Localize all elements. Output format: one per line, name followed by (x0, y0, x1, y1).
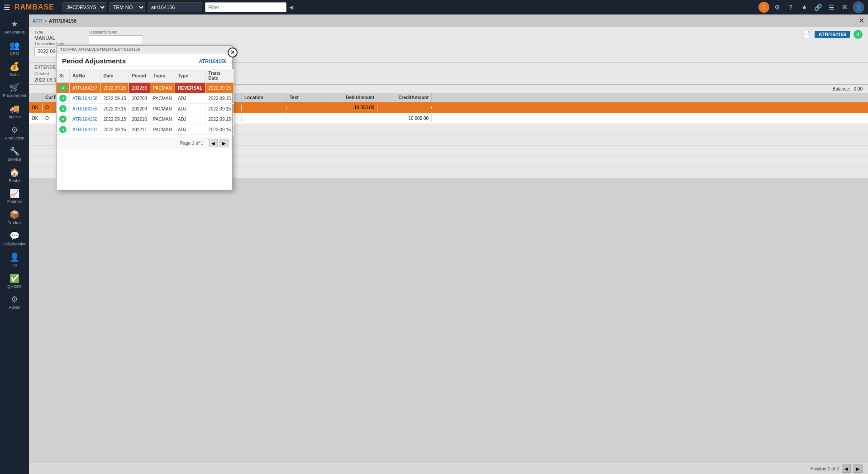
modal-next-button[interactable]: ▶ (219, 139, 229, 147)
td-text (287, 106, 323, 109)
alert-icon[interactable]: ! (758, 2, 769, 13)
sidebar-item-label: Collaboration (2, 242, 26, 247)
sidebar-item-rental[interactable]: 🏠 Rental (0, 165, 29, 186)
hr-icon: 👤 (10, 252, 19, 262)
tem-dropdown[interactable]: TEM-NO (109, 2, 145, 12)
modal-header: Period Adjustments ATR/164156 ✕ (57, 53, 232, 67)
sidebar-item-sales[interactable]: 💰 Sales (0, 59, 29, 80)
sidebar-item-hr[interactable]: 👤 HR (0, 249, 29, 271)
td-debit: 10 000.00 (323, 104, 377, 111)
modal-td-atrno: ATR/164160 (70, 114, 100, 124)
sidebar-item-procurement[interactable]: 🛒 Procurement (0, 80, 29, 101)
modal-table-row[interactable]: 4 ATR/164159 2022.09.15 202209 PACMAN AD… (57, 104, 234, 114)
sidebar-item-service[interactable]: 🔧 Service (0, 144, 29, 165)
modal-td-date: 2022.09.15 (100, 124, 129, 135)
type-label: Type (34, 30, 71, 34)
help-icon[interactable]: ? (785, 1, 796, 13)
sidebar-item-label: Finance (7, 199, 22, 204)
modal-td-trans: PACMAN (150, 104, 175, 114)
sidebar-item-label: Bookmarks (4, 30, 24, 35)
sidebar-item-label: Admin (9, 305, 20, 310)
modal-page-info: Page 1 of 1 (180, 141, 203, 146)
qhses-icon: ✅ (10, 273, 19, 283)
modal-td-transdate: 2022.09.15 (205, 114, 234, 124)
sidebar-item-production[interactable]: ⚙ Production (0, 122, 29, 144)
menu-icon[interactable]: ☰ (4, 3, 10, 12)
topbar: ☰ RAMBASE JHCDEVSYS TEM-NO ◀ ! ⚙ ? ★ 🔗 ☰… (0, 0, 868, 14)
breadcrumb-parent[interactable]: ATR (33, 18, 42, 24)
link-icon[interactable]: 🔗 (812, 1, 824, 13)
sidebar-item-bookmarks[interactable]: ★ Bookmarks (0, 16, 29, 38)
modal-table-row[interactable]: 4 ATR/164157 2022.09.15 202286 PACMAN RE… (57, 83, 234, 93)
settings-icon[interactable]: ⚙ (771, 1, 783, 13)
next-nav-button[interactable]: ▶ (854, 464, 863, 473)
modal-td-atrno: ATR/164158 (70, 93, 100, 104)
company-dropdown[interactable]: JHCDEVSYS (62, 2, 106, 12)
breadcrumb-current: ATR/164156 (49, 18, 77, 24)
sidebar: ★ Bookmarks 👥 CRM 💰 Sales 🛒 Procurement … (0, 14, 29, 474)
prev-nav-button[interactable]: ◀ (842, 464, 851, 473)
modal-table: St AtrNo Date Period Trans Type Trans Da… (57, 69, 234, 135)
modal-table-row[interactable]: 4 ATR/164160 2022.09.15 202210 PACMAN AD… (57, 114, 234, 124)
mail-icon[interactable]: ✉ (839, 1, 851, 13)
position-bar: Position 1 of 2 ◀ ▶ (29, 463, 868, 474)
modal-td-transdate: 2022.09.15 (205, 124, 234, 135)
modal-prev-button[interactable]: ◀ (209, 139, 218, 147)
td-ar: OK (29, 115, 43, 122)
atr-status-circle: 4 (854, 30, 863, 39)
modal-td-type: ADJ (175, 104, 205, 114)
sidebar-item-collaboration[interactable]: 💬 Collaboration (0, 228, 29, 249)
modal-td-period: 202286 (129, 83, 150, 93)
sidebar-item-label: QHSES (7, 284, 22, 289)
logistics-icon: 🚚 (10, 104, 19, 114)
modal-td-atrno: ATR/164161 (70, 124, 100, 135)
modal-td-st: 4 (57, 124, 70, 135)
filter-input[interactable] (205, 2, 286, 12)
balance-label: Balance: (833, 86, 850, 91)
crm-icon: 👥 (10, 40, 19, 50)
sidebar-item-label: Production (5, 136, 24, 141)
sidebar-item-product[interactable]: 📦 Product (0, 207, 29, 228)
sidebar-item-label: Service (8, 157, 21, 162)
col-header-location: Location (242, 93, 287, 102)
content-area: 📄 ATR/164156 4 Type MANUAL TransactionDa… (29, 27, 868, 474)
sidebar-item-finance[interactable]: 📈 Finance (0, 186, 29, 207)
user-icon[interactable]: 👤 (853, 1, 864, 13)
breadcrumb-separator: > (44, 18, 47, 24)
td-debit (323, 117, 377, 120)
col-header-ar (29, 93, 43, 102)
sidebar-item-label: Sales (10, 72, 20, 77)
sidebar-item-qhses[interactable]: ✅ QHSES (0, 271, 29, 292)
td-text (287, 117, 323, 120)
position-text: Position 1 of 2 (811, 466, 839, 471)
modal-td-st: 4 (57, 114, 70, 124)
modal-td-date: 2022.09.15 (100, 104, 129, 114)
sidebar-item-crm[interactable]: 👥 CRM (0, 38, 29, 59)
modal-td-atrno: ATR/164157 (70, 83, 100, 93)
modal-table-row[interactable]: 4 ATR/164161 2022.09.15 202211 PACMAN AD… (57, 124, 234, 135)
breadcrumb-bar: ATR > ATR/164156 ✕ (29, 14, 868, 27)
modal-td-st: 4 (57, 104, 70, 114)
modal-close-button[interactable]: ✕ (228, 48, 238, 57)
document-icon[interactable]: 📄 (802, 30, 811, 39)
filter-arrow-icon[interactable]: ◀ (289, 4, 293, 10)
rental-icon: 🏠 (10, 168, 19, 177)
modal-footer: Page 1 of 1 ◀ ▶ (57, 137, 232, 149)
sidebar-item-logistics[interactable]: 🚚 Logistics (0, 101, 29, 122)
apps-icon[interactable]: ☰ (825, 1, 837, 13)
modal-td-type: REVERSAL (175, 83, 205, 93)
path-input[interactable] (148, 2, 202, 12)
production-icon: ⚙ (11, 125, 18, 135)
modal-col-atrno: AtrNo (70, 69, 100, 83)
favorites-icon[interactable]: ★ (798, 1, 810, 13)
close-window-icon[interactable]: ✕ (858, 16, 864, 25)
sidebar-item-admin[interactable]: ⚙ Admin (0, 292, 29, 313)
transaction-doc-value (89, 35, 143, 44)
td-credit: 10 000.00 (377, 115, 432, 122)
modal-col-type: Type (175, 69, 205, 83)
modal-table-row[interactable]: 4 ATR/164158 2022.09.15 202208 PACMAN AD… (57, 93, 234, 104)
sidebar-item-label: CRM (10, 51, 19, 56)
balance-value: 0.00 (854, 86, 863, 91)
col-header-text: Text (287, 93, 323, 102)
sidebar-item-label: Logistics (6, 115, 22, 120)
